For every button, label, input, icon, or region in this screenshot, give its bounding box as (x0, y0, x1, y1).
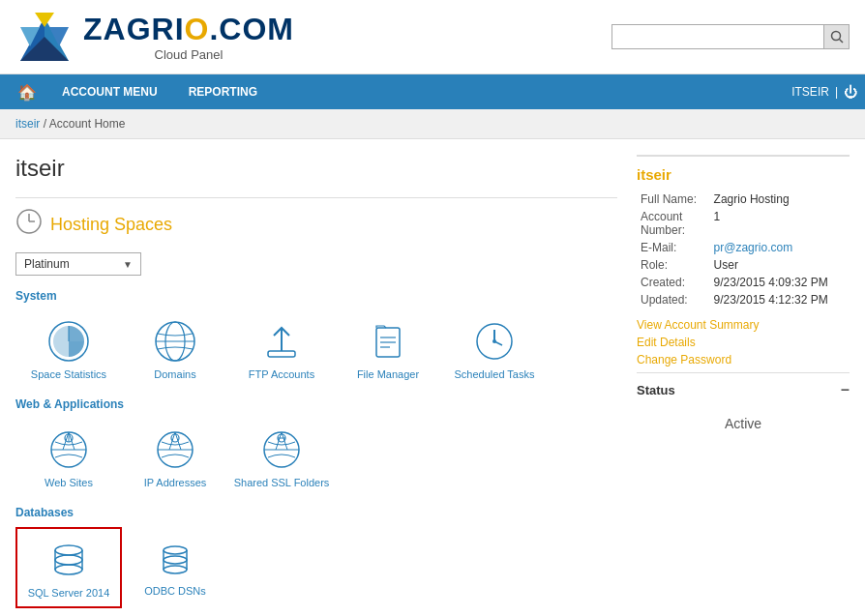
hosting-spaces-icon (15, 208, 43, 241)
svg-point-6 (831, 32, 840, 41)
nav-username: ITSEIR (791, 85, 829, 99)
search-area (611, 24, 850, 49)
domains-icon (152, 318, 198, 365)
scheduled-tasks-label: Scheduled Tasks (455, 368, 535, 380)
ip-addresses-item[interactable]: IP Addresses (122, 419, 228, 496)
databases-icons-row: SQL Server 2014 ODBC DSNs (15, 527, 617, 608)
svg-rect-17 (268, 351, 295, 357)
logo-name: ZAGRIO.COM (83, 12, 294, 47)
search-button[interactable] (824, 24, 850, 49)
dropdown-value: Platinum (24, 257, 70, 271)
created-label: Created: (637, 274, 710, 291)
reporting-nav[interactable]: REPORTING (173, 74, 273, 109)
profile-updated-row: Updated: 9/23/2015 4:12:32 PM (637, 291, 850, 308)
breadcrumb-current: Account Home (49, 117, 126, 131)
search-input[interactable] (611, 24, 824, 49)
email-link: pr@zagrio.com (714, 241, 793, 254)
search-icon (830, 30, 844, 44)
svg-point-36 (171, 434, 179, 442)
account-value: 1 (710, 208, 850, 239)
account-label: AccountNumber: (637, 208, 710, 239)
dropdown-arrow-icon: ▼ (123, 259, 133, 270)
email-value: pr@zagrio.com (710, 239, 850, 256)
system-icons-row: Space Statistics Domains (15, 310, 617, 388)
logo-area: ZAGRIO.COM Cloud Panel (15, 8, 294, 66)
scheduled-tasks-item[interactable]: Scheduled Tasks (441, 310, 548, 388)
right-panel: itseir Full Name: Zagrio Hosting Account… (637, 155, 850, 616)
profile-created-row: Created: 9/23/2015 4:09:32 PM (637, 274, 850, 291)
breadcrumb: itseir / Account Home (0, 109, 865, 139)
updated-value: 9/23/2015 4:12:32 PM (710, 291, 850, 308)
header: ZAGRIO.COM Cloud Panel (0, 0, 865, 74)
odbc-icon (152, 535, 198, 581)
home-nav-button[interactable]: 🏠 (8, 83, 46, 102)
sql-server-item[interactable]: SQL Server 2014 (15, 527, 122, 608)
sql-server-label: SQL Server 2014 (28, 587, 110, 599)
category-web-apps: Web & Applications (15, 397, 617, 411)
profile-username: itseir (637, 166, 850, 183)
fullname-value: Zagrio Hosting (710, 191, 850, 208)
logo-highlight: O (185, 12, 210, 46)
odbc-label: ODBC DSNs (144, 585, 206, 597)
ip-addresses-icon (152, 426, 198, 473)
breadcrumb-root[interactable]: itseir (15, 117, 40, 131)
main-content: itseir Hosting Spaces Platinum ▼ System (0, 139, 865, 616)
email-label: E-Mail: (637, 239, 710, 256)
navbar: 🏠 ACCOUNT MENU REPORTING ITSEIR | ⏻ (0, 74, 865, 109)
status-toggle-button[interactable]: – (841, 381, 850, 398)
odbc-item[interactable]: ODBC DSNs (122, 527, 228, 608)
space-statistics-item[interactable]: Space Statistics (15, 310, 122, 388)
space-statistics-icon (45, 318, 92, 365)
clock-icon (15, 208, 43, 235)
svg-point-48 (164, 546, 187, 554)
profile-fullname-row: Full Name: Zagrio Hosting (637, 191, 850, 208)
hosting-space-dropdown[interactable]: Platinum ▼ (15, 252, 141, 276)
space-statistics-label: Space Statistics (31, 368, 106, 380)
ssl-icon (258, 426, 305, 473)
websites-item[interactable]: Web Sites (15, 419, 122, 496)
scheduled-tasks-icon (471, 318, 518, 365)
view-account-summary-link[interactable]: View Account Summary (637, 318, 850, 332)
sql-server-icon (45, 537, 92, 583)
left-panel: itseir Hosting Spaces Platinum ▼ System (15, 155, 617, 616)
power-button[interactable]: ⏻ (844, 84, 857, 100)
created-value: 9/23/2015 4:09:32 PM (710, 274, 850, 291)
role-value: User (710, 256, 850, 274)
logo-subtitle: Cloud Panel (83, 47, 294, 62)
svg-point-45 (55, 565, 82, 574)
svg-point-50 (164, 566, 187, 573)
svg-marker-3 (35, 13, 54, 27)
domains-item[interactable]: Domains (122, 310, 228, 388)
ftp-icon (258, 318, 305, 365)
change-password-link[interactable]: Change Password (637, 353, 850, 367)
ip-addresses-label: IP Addresses (144, 477, 207, 488)
file-manager-item[interactable]: File Manager (335, 310, 441, 388)
updated-label: Updated: (637, 291, 710, 308)
status-header: Status – (637, 381, 850, 398)
edit-details-link[interactable]: Edit Details (637, 336, 850, 349)
status-value: Active (637, 406, 850, 441)
ftp-accounts-item[interactable]: FTP Accounts (228, 310, 335, 388)
category-databases: Databases (15, 506, 617, 519)
file-manager-icon (365, 318, 411, 365)
websites-label: Web Sites (45, 477, 93, 488)
file-manager-label: File Manager (357, 368, 419, 380)
status-section: Status – Active (637, 372, 850, 441)
profile-role-row: Role: User (637, 256, 850, 274)
websites-icon (45, 426, 92, 473)
ssl-folders-item[interactable]: Shared SSL Folders (228, 419, 335, 496)
fullname-label: Full Name: (637, 191, 710, 208)
svg-point-25 (492, 339, 496, 343)
profile-email-row: E-Mail: pr@zagrio.com (637, 239, 850, 256)
status-label: Status (637, 383, 675, 397)
account-menu-nav[interactable]: ACCOUNT MENU (46, 74, 173, 109)
web-apps-icons-row: Web Sites IP Addresses (15, 419, 617, 496)
ssl-label: Shared SSL Folders (234, 477, 330, 488)
svg-point-43 (55, 545, 82, 555)
svg-point-44 (55, 555, 82, 565)
svg-line-7 (839, 40, 843, 44)
domains-label: Domains (154, 368, 195, 380)
nav-right: ITSEIR | ⏻ (791, 84, 857, 100)
nav-separator: | (835, 85, 838, 99)
hosting-spaces-header: Hosting Spaces (15, 197, 617, 241)
